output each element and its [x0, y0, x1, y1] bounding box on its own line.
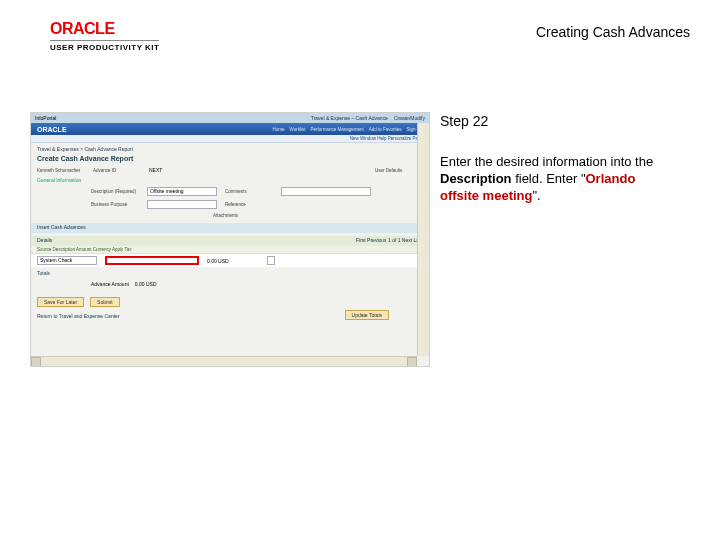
app-header-bar: ORACLE Home Worklist Performance Managem… [31, 123, 429, 135]
vertical-scrollbar[interactable] [417, 123, 429, 356]
nav-link[interactable]: Worklist [290, 127, 306, 132]
scroll-right-button[interactable] [407, 357, 417, 367]
embedded-app-screenshot: InfoPortal Travel & Expense – Cash Advan… [30, 112, 430, 367]
comments-input[interactable] [281, 187, 371, 196]
advance-id-value: NEXT [149, 167, 162, 173]
breadcrumb: Travel & Expenses > Cash Advance Report [31, 143, 429, 155]
amount-cell[interactable]: 0.00 USD [207, 258, 259, 264]
section-general-info: General Information [31, 175, 429, 185]
browser-tab: InfoPortal [35, 115, 56, 121]
instruction-tail: ". [532, 188, 540, 203]
details-label: Details [37, 237, 52, 245]
comments-label: Comments [225, 189, 273, 194]
table-header-row: Source Description Amount Currency Apply… [31, 246, 429, 253]
step-number: Step 22 [440, 112, 670, 130]
description-field-highlight[interactable] [105, 256, 199, 265]
nav-link[interactable]: Performance Management [310, 127, 363, 132]
browser-tab: Travel & Expense – Cash Advance [311, 115, 388, 121]
reference-label: Reference [225, 202, 273, 207]
scroll-left-button[interactable] [31, 357, 41, 367]
user-defaults-link[interactable]: User Defaults [375, 168, 423, 173]
description-input[interactable]: Offsite meeting [147, 187, 217, 196]
nav-link[interactable]: Add to Favorites [369, 127, 402, 132]
browser-tab: Create/Modify [394, 115, 425, 121]
instruction-text: Enter the desired information into the D… [440, 154, 670, 205]
advance-id-label: Advance ID [93, 168, 141, 173]
instruction-panel: Step 22 Enter the desired information in… [440, 112, 670, 367]
business-purpose-select[interactable] [147, 200, 217, 209]
brand-logo: ORACLE USER PRODUCTIVITY KIT [50, 20, 159, 52]
table-row: System Check 0.00 USD [31, 253, 429, 267]
nav-link[interactable]: Home [273, 127, 285, 132]
update-totals-button[interactable]: Update Totals [345, 310, 389, 320]
page-title: Creating Cash Advances [536, 20, 690, 40]
form-title: Create Cash Advance Report [31, 155, 429, 165]
horizontal-scrollbar[interactable] [31, 356, 417, 366]
section-cash-advances: Insert Cash Advances [31, 223, 429, 233]
instruction-mid: field. Enter " [512, 171, 586, 186]
app-logo: ORACLE [37, 126, 67, 133]
instruction-lead: Enter the desired information into the [440, 154, 653, 169]
oracle-wordmark: ORACLE [50, 20, 159, 38]
submit-button[interactable]: Submit [90, 297, 120, 307]
advance-amount-value: 0.00 USD [135, 281, 157, 287]
apply-tax-checkbox[interactable] [267, 256, 275, 265]
brand-subtitle: USER PRODUCTIVITY KIT [50, 40, 159, 52]
attachments-link[interactable]: Attachments [213, 213, 261, 218]
browser-tab-bar: InfoPortal Travel & Expense – Cash Advan… [31, 113, 429, 123]
grid-pager[interactable]: First Previous 1 of 1 Next Last [356, 237, 423, 245]
employee-name: Kenneth Schumacher [37, 168, 85, 173]
advance-amount-label: Advance Amount [91, 281, 129, 287]
description-label: Description (Required) [91, 189, 139, 194]
business-purpose-label: Business Purpose [91, 202, 139, 207]
save-for-later-button[interactable]: Save For Later [37, 297, 84, 307]
instruction-field-name: Description [440, 171, 512, 186]
subnav-links[interactable]: New Window Help Personalize Page [31, 135, 429, 143]
totals-label: Totals [31, 267, 429, 279]
source-select[interactable]: System Check [37, 256, 97, 265]
